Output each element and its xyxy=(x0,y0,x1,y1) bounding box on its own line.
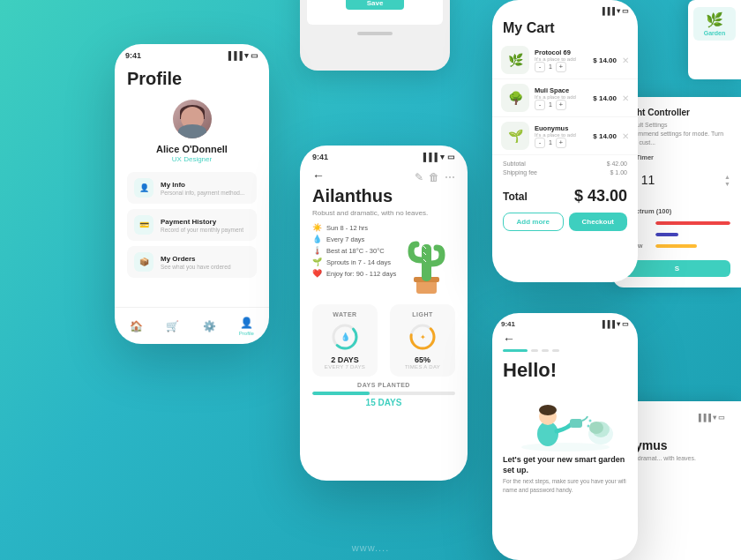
hello-illustration-svg xyxy=(513,385,618,452)
status-time: 9:41 xyxy=(125,51,141,60)
edit-icon[interactable]: ✎ xyxy=(415,171,423,183)
delete-icon[interactable]: 🗑 xyxy=(429,171,439,183)
svg-point-22 xyxy=(589,422,603,434)
menu-item-orders[interactable]: 📦 My Orders See what you have ordered xyxy=(127,246,257,278)
cart-item-info-1: Muli Space It's a place to add - 1 + xyxy=(535,86,584,110)
cart-item-qty-2: - 1 + xyxy=(535,138,584,148)
my-info-icon: 👤 xyxy=(134,178,153,198)
qty-decrease-0[interactable]: - xyxy=(535,62,545,72)
water-label: WATER xyxy=(333,311,356,317)
progress-step-3 xyxy=(542,349,549,352)
delete-item-2[interactable]: ✕ xyxy=(622,131,629,141)
phone-top-handle xyxy=(357,32,393,35)
user-role: UX Designer xyxy=(172,155,212,163)
payment-icon: 💳 xyxy=(134,215,153,235)
plant-desc: Robust and dramatic, with no leaves. xyxy=(312,208,455,218)
progress-step-1 xyxy=(503,349,528,352)
water-drop-icon: 💧 xyxy=(312,235,322,243)
plant-info-water: 💧 Every 7 days xyxy=(312,235,402,243)
cart-item-info-0: Protocol 69 It's a place to add - 1 + xyxy=(535,49,584,72)
menu-item-my-info[interactable]: 👤 My Info Personal info, payment method.… xyxy=(127,172,257,204)
delete-item-0[interactable]: ✕ xyxy=(622,56,629,65)
plant-wifi: ▾ xyxy=(440,153,445,161)
cart-signal: ▐▐▐ xyxy=(600,7,615,15)
nav-profile-label: Profile xyxy=(239,331,254,336)
nav-cart[interactable]: 🛒 xyxy=(166,320,179,332)
qty-increase-0[interactable]: + xyxy=(556,62,566,72)
avatar xyxy=(173,100,212,138)
water-card: WATER 💧 2 DAYS EVERY 7 DAYS xyxy=(312,304,378,377)
plant-back-button[interactable]: ← xyxy=(312,168,325,183)
delete-item-1[interactable]: ✕ xyxy=(622,93,629,103)
garden-tab-label: Garden xyxy=(704,30,726,36)
svg-point-15 xyxy=(539,405,557,415)
cart-totals: Subtotal $ 42.00 Shipping fee $ 1.00 xyxy=(492,155,638,183)
cart-battery: ▭ xyxy=(622,7,629,15)
timer-start: 8 : 11 ▲ ▼ xyxy=(624,173,730,187)
phone-top-button[interactable]: Save xyxy=(346,0,405,10)
more-icon[interactable]: ⋯ xyxy=(445,171,455,183)
cart-wifi: ▾ xyxy=(617,7,620,15)
light-save-button[interactable]: S xyxy=(624,260,730,277)
total-row: Total $ 43.00 xyxy=(492,183,638,209)
wifi-icon: ▾ xyxy=(244,51,249,60)
timer-min: 11 xyxy=(641,173,655,187)
phone-profile: 9:41 ▐▐▐ ▾ ▭ Profile Alice O'Donnell UX … xyxy=(115,44,269,344)
hello-signal: ▐▐▐ xyxy=(600,320,615,328)
yellow-bar[interactable] xyxy=(655,244,730,248)
cart-item-qty-1: - 1 + xyxy=(535,100,584,110)
plant-nav-row: ← ✎ 🗑 ⋯ xyxy=(312,168,455,186)
plant-status-time: 9:41 xyxy=(312,153,328,161)
plant-title: Ailanthus xyxy=(312,186,455,206)
cart-item-0: 🌿 Protocol 69 It's a place to add - 1 + … xyxy=(492,41,638,79)
cart-item-2: 🌱 Euonymus It's a place to add - 1 + $ 1… xyxy=(492,117,638,155)
garden-tab-item[interactable]: 🌿 Garden xyxy=(693,7,736,41)
svg-point-17 xyxy=(588,420,591,422)
water-circle: 💧 xyxy=(330,322,360,352)
cart-actions: Add more Checkout xyxy=(492,209,638,235)
nav-profile[interactable]: 👤 Profile xyxy=(239,317,254,336)
nav-home[interactable]: 🏠 xyxy=(130,320,143,332)
battery-icon: ▭ xyxy=(251,51,258,60)
checkout-button[interactable]: Checkout xyxy=(569,213,628,231)
qty-decrease-1[interactable]: - xyxy=(535,100,545,110)
qty-increase-2[interactable]: + xyxy=(556,138,566,148)
blue-bar[interactable] xyxy=(655,233,730,236)
plant-status-icons: ▐▐▐ ▾ ▭ xyxy=(421,153,455,161)
timer-up[interactable]: ▲ xyxy=(724,174,730,180)
add-more-button[interactable]: Add more xyxy=(503,213,564,231)
cart-item-1: 🌳 Muli Space It's a place to add - 1 + $… xyxy=(492,79,638,117)
plant-info-sun: ☀️ Sun 8 - 12 hrs xyxy=(312,223,402,232)
plant-battery: ▭ xyxy=(447,153,455,161)
profile-content: Profile Alice O'Donnell UX Designer 👤 My… xyxy=(115,62,269,290)
cart-icon: 🛒 xyxy=(166,320,179,332)
plant-info-and-image: ☀️ Sun 8 - 12 hrs 💧 Every 7 days 🌡️ Best… xyxy=(312,223,455,301)
timer-down[interactable]: ▼ xyxy=(724,181,730,187)
status-icons: ▐▐▐ ▾ ▭ xyxy=(226,51,258,60)
phone-plant: 9:41 ▐▐▐ ▾ ▭ ← ✎ 🗑 ⋯ Ailanthus Robust an… xyxy=(300,146,468,481)
water-light-section: WATER 💧 2 DAYS EVERY 7 DAYS LIGHT xyxy=(312,304,455,377)
menu-item-payment[interactable]: 💳 Payment History Record of your monthly… xyxy=(127,209,257,241)
days-planted-fill xyxy=(312,392,370,395)
cart-status-icons: ▐▐▐ ▾ ▭ xyxy=(600,7,629,15)
plant-info-temp: 🌡️ Best at 18°C - 30°C xyxy=(312,246,402,255)
euo-wifi: ▾ xyxy=(713,414,716,422)
red-bar[interactable] xyxy=(655,221,730,225)
start-label: Start xyxy=(624,165,730,171)
temp-icon: 🌡️ xyxy=(312,246,322,255)
settings-icon: ⚙️ xyxy=(203,320,216,332)
hello-subtitle: Let's get your new smart garden set up. xyxy=(492,452,638,477)
shipping-row: Shipping fee $ 1.00 xyxy=(503,169,627,175)
hello-back-button[interactable]: ← xyxy=(492,330,638,347)
subtotal-row: Subtotal $ 42.00 xyxy=(503,161,627,167)
qty-increase-1[interactable]: + xyxy=(556,100,566,110)
cart-item-info-2: Euonymus It's a place to add - 1 + xyxy=(535,124,584,148)
menu-text-orders: My Orders See what you have ordered xyxy=(161,255,250,270)
svg-text:💧: 💧 xyxy=(341,332,351,342)
nav-settings[interactable]: ⚙️ xyxy=(203,320,216,332)
qty-decrease-2[interactable]: - xyxy=(535,138,545,148)
hello-body: For the next steps, make sure you have y… xyxy=(492,477,638,495)
plant-signal: ▐▐▐ xyxy=(421,153,438,161)
euo-battery: ▭ xyxy=(718,414,725,422)
water-progress-svg: 💧 xyxy=(330,322,360,352)
